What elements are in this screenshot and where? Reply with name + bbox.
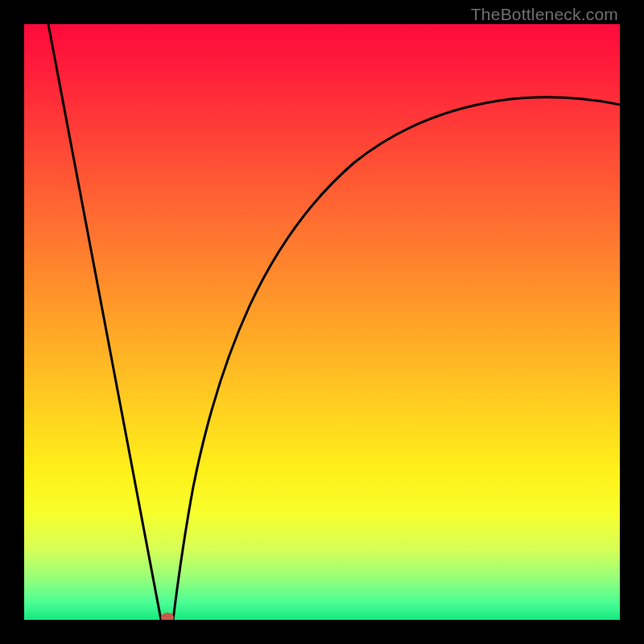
watermark-label: TheBottleneck.com xyxy=(471,5,618,24)
plot-area xyxy=(24,24,620,620)
curve-left-segment xyxy=(48,24,161,620)
valley-marker xyxy=(161,613,174,620)
chart-frame: TheBottleneck.com xyxy=(0,0,644,644)
bottleneck-curve xyxy=(24,24,620,620)
curve-right-segment xyxy=(173,97,620,620)
